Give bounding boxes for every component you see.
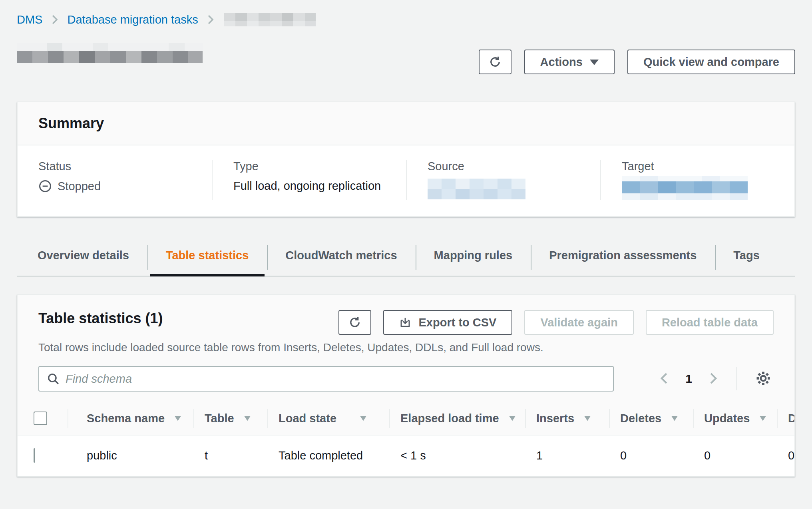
refresh-icon [348,316,362,329]
table-body: public t Table completed < 1 s 1 0 0 0 [18,435,795,476]
sort-icon [670,414,679,423]
next-page-button[interactable] [706,370,720,388]
sort-icon [243,414,252,423]
status-label: Status [38,160,196,173]
cell-load-state: Table completed [267,435,389,476]
column-header-deletes[interactable]: Deletes [609,402,693,435]
target-value-redacted [622,176,748,200]
filter-row: 1 [38,366,774,402]
refresh-button[interactable] [479,50,511,74]
table-statistics-table: Schema name Table Load state Elapsed loa… [18,402,795,476]
breadcrumb-redacted-task-name [224,13,316,26]
reload-table-data-label: Reload table data [662,316,758,329]
tab-cloudwatch-metrics[interactable]: CloudWatch metrics [267,243,415,276]
table-row: public t Table completed < 1 s 1 0 0 0 [18,435,795,476]
tab-overview-details[interactable]: Overview details [17,243,147,276]
status-text: Stopped [58,180,101,193]
chevron-right-icon [206,14,215,26]
breadcrumb-link-dms[interactable]: DMS [17,13,42,26]
table-statistics-header: Table statistics (1) [18,295,794,402]
summary-field-target: Target [600,160,794,200]
source-value-redacted [428,179,525,199]
gear-icon [754,370,772,388]
page-title-redacted [17,43,203,63]
sort-icon [583,414,592,423]
column-header-clipped[interactable]: D [777,402,795,435]
summary-card: Summary Status Stopped Type Full load, o… [17,101,795,217]
validate-again-button[interactable]: Validate again [524,310,633,335]
row-checkbox[interactable] [34,448,35,463]
search-icon [46,372,60,388]
tab-bar: Overview details Table statistics CloudW… [17,243,795,276]
breadcrumb-link-tasks[interactable]: Database migration tasks [67,13,198,26]
divider [736,367,737,390]
page-number[interactable]: 1 [685,372,692,386]
table-statistics-description: Total rows include loaded source table r… [38,341,774,354]
type-label: Type [233,160,390,173]
column-header-elapsed-load-time[interactable]: Elapsed load time [389,402,525,435]
dms-task-page: DMS Database migration tasks Actions [0,0,812,477]
stopped-icon [38,179,52,193]
validate-again-label: Validate again [540,316,617,329]
quick-view-label: Quick view and compare [643,56,779,69]
status-badge: Stopped [38,179,196,193]
tab-tags[interactable]: Tags [715,243,778,276]
sort-icon [758,414,767,423]
summary-field-type: Type Full load, ongoing replication [212,160,406,200]
cell-elapsed-load-time: < 1 s [389,435,525,476]
chevron-right-icon [50,14,59,26]
summary-card-header: Summary [18,102,794,145]
column-header-inserts[interactable]: Inserts [525,402,609,435]
cell-inserts: 1 [525,435,609,476]
tab-premigration-assessments[interactable]: Premigration assessments [531,243,715,276]
column-header-table[interactable]: Table [193,402,267,435]
export-csv-button[interactable]: Export to CSV [383,310,512,335]
sort-icon [359,414,368,423]
quick-view-compare-button[interactable]: Quick view and compare [627,50,795,74]
sort-icon [173,414,182,423]
column-header-load-state[interactable]: Load state [267,402,389,435]
chevron-right-icon [707,371,718,387]
column-header-updates[interactable]: Updates [693,402,777,435]
cell-updates: 0 [693,435,777,476]
select-all-checkbox[interactable] [34,412,47,425]
download-icon [399,316,411,328]
sort-icon [508,414,517,423]
summary-field-source: Source [406,160,600,200]
chevron-left-icon [659,371,670,387]
refresh-icon [488,55,502,69]
tab-mapping-rules[interactable]: Mapping rules [416,243,531,276]
summary-title: Summary [38,115,774,132]
source-label: Source [428,160,584,173]
cell-table: t [193,435,267,476]
export-csv-label: Export to CSV [418,316,496,329]
caret-down-icon [590,60,599,65]
previous-page-button[interactable] [657,370,672,388]
column-header-schema-name[interactable]: Schema name [68,402,193,435]
page-header: Actions Quick view and compare [17,41,795,67]
table-settings-button[interactable] [753,368,774,390]
actions-button[interactable]: Actions [524,50,615,74]
target-label: Target [622,160,778,173]
cell-schema-name: public [68,435,193,476]
actions-button-label: Actions [540,56,583,69]
summary-body: Status Stopped Type Full load, ongoing r… [18,145,794,216]
tab-table-statistics[interactable]: Table statistics [147,243,267,276]
cell-deletes: 0 [609,435,693,476]
table-statistics-title: Table statistics (1) [38,310,163,327]
reload-table-data-button[interactable]: Reload table data [646,310,774,335]
table-header-row: Schema name Table Load state Elapsed loa… [18,402,795,435]
table-statistics-card: Table statistics (1) [17,294,795,477]
type-value: Full load, ongoing replication [233,179,390,193]
pagination: 1 [657,367,774,390]
summary-field-status: Status Stopped [18,160,212,200]
table-refresh-button[interactable] [338,310,371,335]
find-schema-input[interactable] [38,366,614,392]
cell-clipped: 0 [777,435,795,476]
breadcrumb: DMS Database migration tasks [17,12,795,27]
